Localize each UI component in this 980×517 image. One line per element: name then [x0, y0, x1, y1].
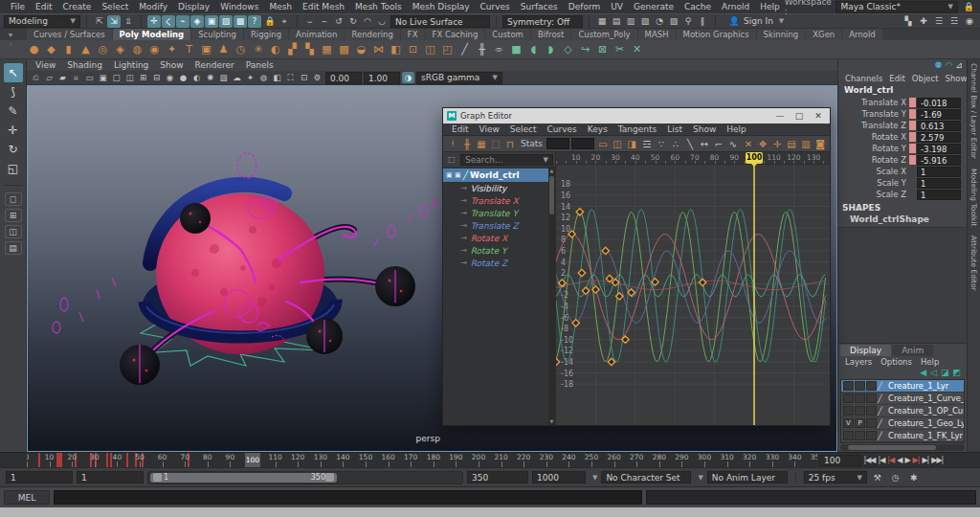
layer-action-icon[interactable]: ◁ — [930, 368, 937, 379]
shelf-tool-icon[interactable]: ♟ — [216, 42, 231, 56]
viewport-toolbar-icon[interactable]: ⊟ — [150, 72, 163, 83]
selection-mask-icon[interactable]: ✛ — [147, 15, 161, 28]
buffer-curve-icon[interactable]: ❖ — [756, 137, 769, 150]
shelf-tool-icon[interactable]: ▦ — [320, 42, 334, 56]
channel-stats-icon[interactable]: ⊿ — [955, 60, 963, 72]
shelf-tool-icon[interactable]: ⌯ — [492, 42, 506, 56]
tangent-type-icon[interactable]: ∿ — [726, 137, 740, 150]
shelf-tool-icon[interactable]: ▩ — [337, 42, 351, 56]
menu-item[interactable]: Windows — [215, 1, 263, 12]
viewport-toolbar-icon[interactable]: ● — [177, 72, 189, 83]
graph-editor-menu-item[interactable]: Help — [722, 124, 751, 134]
graph-view-icon[interactable]: ▭ — [596, 137, 610, 150]
shelf-tool-icon[interactable]: ◇ — [561, 42, 575, 56]
shelf-tab[interactable]: Animation — [289, 29, 344, 40]
playback-option-icon[interactable]: ✱ — [907, 471, 921, 483]
current-frame-field[interactable]: 100 — [819, 455, 861, 466]
shelf-tool-icon[interactable]: ╱ — [457, 42, 472, 56]
command-input[interactable] — [54, 490, 642, 505]
workspace-icon[interactable]: ▚ — [902, 15, 915, 28]
shelf-tool-icon[interactable]: ╫ — [475, 42, 489, 56]
layer-list-hscrollbar[interactable] — [840, 444, 965, 451]
viewport-toolbar-icon[interactable]: ⎌ — [30, 72, 42, 83]
shelf-tab[interactable]: Curves / Surfaces — [27, 29, 112, 40]
tree-scrollbar[interactable]: ▲ ▼ — [548, 167, 555, 425]
graph-editor-titlebar[interactable]: M Graph Editor — □ ✕ — [443, 108, 830, 124]
outliner-filter-icon[interactable]: ⬚ — [445, 153, 458, 167]
shelf-tab[interactable]: FX Caching — [426, 29, 485, 40]
tool-button[interactable]: ✎ — [4, 101, 23, 121]
close-button[interactable]: ✕ — [811, 111, 826, 121]
playback-option-icon[interactable]: ◷ — [889, 471, 902, 483]
command-language-toggle[interactable]: MEL — [4, 490, 50, 505]
graph-editor-menu-item[interactable]: View — [474, 124, 503, 134]
viewport-toolbar-icon[interactable]: ▭ — [83, 72, 96, 83]
playback-option-icon[interactable]: ⚒ — [871, 471, 884, 483]
shelf-tool-icon[interactable]: ◒ — [354, 42, 368, 56]
panel-menu-item[interactable]: Renderer — [190, 60, 239, 70]
render-toolbar-icon[interactable]: ◔ — [653, 15, 666, 28]
layer-menu-item[interactable]: Layers — [841, 357, 876, 367]
shelf-tab[interactable]: Bifrost — [531, 29, 570, 40]
layer-playback-toggle[interactable]: P — [855, 418, 865, 428]
channel-box-menu-item[interactable]: Object — [909, 74, 942, 83]
render-toolbar-icon[interactable]: ‖ — [696, 15, 709, 28]
buffer-curve-icon[interactable]: ◙ — [813, 137, 827, 150]
shelf-tool-icon[interactable]: ◧ — [389, 42, 403, 56]
panel-menu-item[interactable]: Lighting — [109, 60, 153, 70]
menu-item[interactable]: Curves — [476, 1, 515, 12]
snap-icon[interactable]: ◠ — [361, 15, 374, 28]
color-management-icon[interactable]: ◑ — [402, 72, 414, 83]
layer-row[interactable]: ╱ Creature_1_Curve_Lyr — [841, 393, 964, 405]
shelf-tool-icon[interactable]: ◉ — [147, 42, 162, 56]
channel-value-field[interactable]: 1 — [917, 167, 961, 177]
view-transform-select[interactable]: sRGB gamma ▼ — [416, 72, 502, 84]
viewport-toolbar-icon[interactable]: ⚙ — [311, 72, 323, 83]
shelf-tool-icon[interactable]: ◈ — [113, 42, 127, 56]
graph-editor-menu-item[interactable]: List — [662, 124, 687, 134]
menu-item[interactable]: File — [6, 1, 30, 12]
menu-item[interactable]: Create — [58, 1, 97, 12]
range-slider-track[interactable]: 1 350 — [147, 471, 463, 484]
shelf-tool-icon[interactable]: ◖ — [526, 42, 541, 56]
expand-icon[interactable]: ▣ ▣ — [446, 171, 461, 179]
shelf-tool-icon[interactable]: ◍ — [130, 42, 145, 56]
layer-playback-toggle[interactable] — [855, 431, 865, 440]
graph-tool-icon[interactable]: ⊓ — [503, 137, 517, 150]
layer-name[interactable]: Creature_1_Lyr — [888, 381, 948, 391]
tangent-type-icon[interactable]: ╲ — [683, 137, 697, 150]
layer-row[interactable]: ╱ Creature_1_Lyr — [841, 380, 964, 393]
shelf-tab[interactable]: FX — [401, 29, 425, 40]
shelf-tab[interactable]: Poly Modeling — [113, 29, 191, 40]
channel-value-field[interactable]: -3.198 — [917, 144, 961, 154]
menu-item[interactable]: Help — [755, 1, 785, 12]
shelf-tool-icon[interactable]: ✳ — [251, 42, 265, 56]
layer-menu-item[interactable]: Options — [877, 357, 916, 367]
menu-item[interactable]: Deform — [564, 1, 605, 12]
tree-channel-item[interactable]: ⊸ Visibility — [443, 182, 555, 194]
menu-item[interactable]: Mesh Tools — [350, 1, 407, 12]
selection-mask-icon[interactable]: ⌁ — [176, 15, 189, 28]
shelf-tab[interactable]: MASH — [638, 29, 676, 40]
sign-in-button[interactable]: 👤 Sign In ▼ — [722, 15, 790, 28]
viewport-toolbar-icon[interactable]: ⊞ — [137, 72, 149, 83]
menu-item[interactable]: UV — [606, 1, 628, 12]
render-toolbar-icon[interactable]: ▨ — [667, 15, 680, 28]
shelf-tool-icon[interactable]: T — [182, 42, 196, 56]
playback-end-field[interactable]: 350 — [467, 471, 528, 483]
layer-display-type-toggle[interactable] — [866, 393, 877, 403]
current-frame-tag[interactable]: 100 — [746, 152, 763, 164]
graph-editor-menu-item[interactable]: Show — [688, 124, 721, 134]
anim-layer-select[interactable]: No Anim Layer — [707, 471, 788, 483]
buffer-curve-icon[interactable]: ▤ — [785, 137, 798, 150]
range-slider-bar[interactable]: 1 350 — [150, 473, 337, 483]
quick-layout-button[interactable]: ◻ — [5, 192, 22, 206]
layer-name[interactable]: Creature_1_OP_Curve_Lyr — [888, 406, 965, 416]
channel-row[interactable]: Translate Y -1.69 — [838, 108, 967, 120]
snap-icon[interactable]: ↻ — [346, 15, 360, 28]
channel-row[interactable]: Rotate Y -3.198 — [838, 143, 967, 154]
workspace-icon[interactable]: ✚ — [917, 15, 930, 28]
layer-action-icon[interactable]: ◩ — [952, 368, 961, 379]
tangent-type-icon[interactable]: ☲ — [640, 137, 654, 150]
graph-view-icon[interactable]: ◫ — [611, 137, 624, 150]
